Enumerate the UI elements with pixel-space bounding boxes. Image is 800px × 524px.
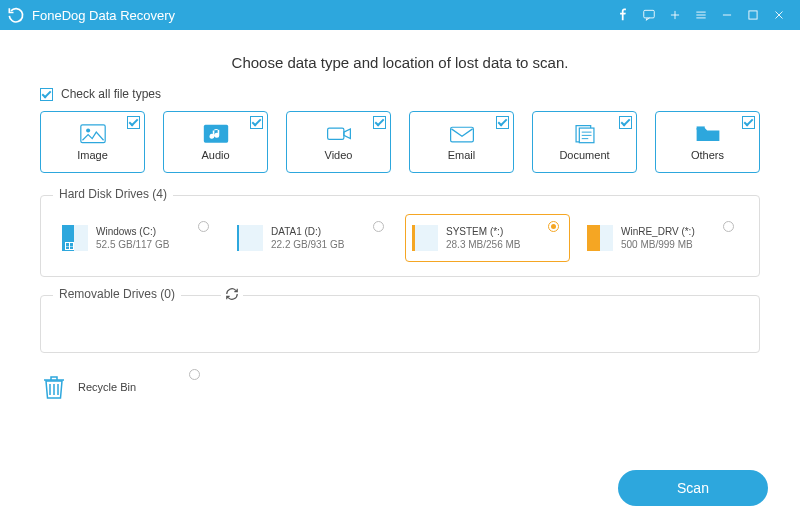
type-label: Others	[691, 149, 724, 161]
svg-rect-13	[237, 225, 263, 251]
svg-rect-15	[412, 225, 438, 251]
svg-rect-5	[327, 128, 343, 139]
app-logo	[6, 5, 26, 25]
recycle-label: Recycle Bin	[78, 381, 136, 393]
image-icon	[80, 123, 106, 145]
type-label: Email	[448, 149, 476, 161]
file-type-grid: Image Audio Video Email Document Others	[40, 111, 760, 173]
menu-icon[interactable]	[688, 0, 714, 30]
folder-icon	[695, 123, 721, 145]
svg-rect-9	[696, 127, 704, 130]
type-email[interactable]: Email	[409, 111, 514, 173]
check-all-row[interactable]: Check all file types	[40, 87, 760, 101]
scan-button[interactable]: Scan	[618, 470, 768, 506]
type-image[interactable]: Image	[40, 111, 145, 173]
type-others[interactable]: Others	[655, 111, 760, 173]
facebook-icon[interactable]	[610, 0, 636, 30]
drive-item[interactable]: SYSTEM (*:)28.3 MB/256 MB	[405, 214, 570, 262]
drive-item[interactable]: DATA1 (D:)22.2 GB/931 GB	[230, 214, 395, 262]
drive-name: Windows (C:)	[96, 225, 169, 239]
type-video-checkbox[interactable]	[373, 116, 386, 129]
minimize-icon[interactable]	[714, 0, 740, 30]
maximize-icon[interactable]	[740, 0, 766, 30]
drive-size: 52.5 GB/117 GB	[96, 238, 169, 252]
check-all-label: Check all file types	[61, 87, 161, 101]
trash-icon	[40, 373, 68, 401]
feedback-icon[interactable]	[636, 0, 662, 30]
page-heading: Choose data type and location of lost da…	[40, 54, 760, 71]
svg-rect-14	[237, 225, 239, 251]
drive-radio[interactable]	[548, 221, 559, 232]
drive-radio[interactable]	[373, 221, 384, 232]
audio-icon	[203, 123, 229, 145]
svg-rect-2	[80, 125, 104, 143]
disk-icon	[412, 225, 438, 251]
drive-size: 500 MB/999 MB	[621, 238, 695, 252]
type-label: Image	[77, 149, 108, 161]
svg-point-3	[86, 129, 90, 133]
recycle-radio[interactable]	[189, 369, 200, 380]
hdd-group: Hard Disk Drives (4) Windows (C:)52.5 GB…	[40, 195, 760, 277]
video-icon	[326, 123, 352, 145]
type-email-checkbox[interactable]	[496, 116, 509, 129]
email-icon	[449, 123, 475, 145]
svg-rect-1	[749, 11, 757, 19]
drive-name: SYSTEM (*:)	[446, 225, 520, 239]
type-document-checkbox[interactable]	[619, 116, 632, 129]
drive-radio[interactable]	[198, 221, 209, 232]
svg-rect-16	[412, 225, 415, 251]
recycle-bin-item[interactable]: Recycle Bin	[40, 373, 200, 401]
drive-name: DATA1 (D:)	[271, 225, 344, 239]
type-others-checkbox[interactable]	[742, 116, 755, 129]
close-icon[interactable]	[766, 0, 792, 30]
drive-item[interactable]: WinRE_DRV (*:)500 MB/999 MB	[580, 214, 745, 262]
titlebar: FoneDog Data Recovery	[0, 0, 800, 30]
drive-item[interactable]: Windows (C:)52.5 GB/117 GB	[55, 214, 220, 262]
svg-rect-0	[644, 10, 655, 18]
hdd-legend: Hard Disk Drives (4)	[53, 187, 173, 201]
drive-size: 22.2 GB/931 GB	[271, 238, 344, 252]
removable-group: Removable Drives (0)	[40, 295, 760, 353]
type-audio-checkbox[interactable]	[250, 116, 263, 129]
type-label: Audio	[201, 149, 229, 161]
svg-rect-6	[450, 128, 473, 143]
type-audio[interactable]: Audio	[163, 111, 268, 173]
document-icon	[572, 123, 598, 145]
type-video[interactable]: Video	[286, 111, 391, 173]
disk-icon	[237, 225, 263, 251]
disk-icon	[62, 225, 88, 251]
plus-icon[interactable]	[662, 0, 688, 30]
app-title: FoneDog Data Recovery	[32, 8, 175, 23]
refresh-icon[interactable]	[221, 287, 243, 305]
check-all-checkbox[interactable]	[40, 88, 53, 101]
drive-radio[interactable]	[723, 221, 734, 232]
disk-icon	[587, 225, 613, 251]
type-label: Document	[559, 149, 609, 161]
type-document[interactable]: Document	[532, 111, 637, 173]
svg-rect-18	[587, 225, 600, 251]
removable-legend: Removable Drives (0)	[53, 287, 181, 301]
type-image-checkbox[interactable]	[127, 116, 140, 129]
drive-size: 28.3 MB/256 MB	[446, 238, 520, 252]
type-label: Video	[325, 149, 353, 161]
drive-name: WinRE_DRV (*:)	[621, 225, 695, 239]
